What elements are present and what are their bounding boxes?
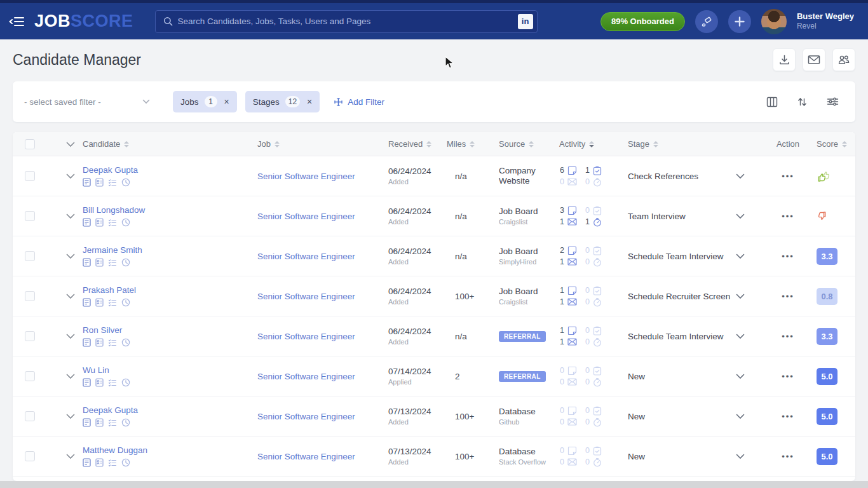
job-link[interactable]: Senior Software Engineer (257, 332, 355, 341)
sort-arrows-icon[interactable] (653, 141, 658, 147)
user-info[interactable]: Buster Wegley Revel (797, 11, 854, 31)
checklist-icon[interactable] (108, 419, 117, 427)
linkedin-icon[interactable]: in (518, 14, 533, 29)
history-clock-icon[interactable] (121, 418, 130, 427)
activity-summary[interactable]: 6 1 0 0 (559, 166, 602, 187)
history-clock-icon[interactable] (121, 378, 130, 387)
history-clock-icon[interactable] (121, 258, 130, 267)
expand-chevron-icon[interactable] (66, 290, 75, 302)
thumbs-up-icon[interactable] (817, 170, 832, 182)
onboarded-badge[interactable]: 89% Onboarded (600, 12, 685, 31)
expand-chevron-icon[interactable] (66, 370, 75, 382)
row-actions-button[interactable]: ••• (782, 332, 794, 341)
expand-chevron-icon[interactable] (66, 250, 75, 262)
sort-arrows-icon[interactable] (529, 141, 534, 147)
row-checkbox[interactable] (25, 251, 35, 261)
sort-arrows-icon[interactable] (589, 141, 594, 147)
search-input[interactable] (178, 17, 518, 26)
sort-arrows-icon[interactable] (275, 141, 280, 147)
history-clock-icon[interactable] (121, 218, 130, 227)
expand-chevron-icon[interactable] (66, 330, 75, 342)
row-actions-button[interactable]: ••• (782, 372, 794, 381)
row-checkbox[interactable] (25, 211, 35, 221)
filter-chip-jobs[interactable]: Jobs1× (173, 91, 237, 112)
activity-summary[interactable]: 2 0 1 0 (559, 246, 602, 267)
profile-card-icon[interactable] (95, 258, 104, 267)
candidate-link[interactable]: Jermaine Smith (83, 245, 142, 255)
score-badge[interactable]: 5.0 (817, 368, 837, 385)
row-checkbox[interactable] (25, 291, 35, 301)
job-link[interactable]: Senior Software Engineer (257, 252, 355, 261)
resume-icon[interactable] (83, 418, 91, 427)
select-all-checkbox[interactable] (25, 139, 35, 149)
job-link[interactable]: Senior Software Engineer (257, 412, 355, 421)
stage-chevron-icon[interactable] (736, 454, 745, 459)
column-header-miles[interactable]: Miles (447, 139, 499, 149)
history-clock-icon[interactable] (121, 458, 130, 467)
row-checkbox[interactable] (25, 411, 35, 421)
thumbs-down-icon[interactable] (817, 210, 829, 222)
candidate-link[interactable]: Matthew Duggan (83, 445, 147, 455)
resume-icon[interactable] (83, 338, 91, 347)
customize-brush-button[interactable] (695, 10, 718, 33)
global-search[interactable]: in (155, 10, 538, 33)
profile-card-icon[interactable] (95, 218, 104, 227)
stage-chevron-icon[interactable] (736, 374, 745, 379)
row-actions-button[interactable]: ••• (782, 452, 794, 461)
add-filter-button[interactable]: Add Filter (334, 97, 384, 107)
row-actions-button[interactable]: ••• (782, 292, 794, 301)
sort-arrows-icon[interactable] (842, 141, 847, 147)
row-checkbox[interactable] (25, 371, 35, 381)
sort-arrows-icon[interactable] (426, 141, 431, 147)
stage-chevron-icon[interactable] (736, 214, 745, 219)
history-clock-icon[interactable] (121, 178, 130, 187)
stage-chevron-icon[interactable] (736, 414, 745, 419)
column-header-stage[interactable]: Stage (628, 139, 769, 149)
resume-icon[interactable] (83, 218, 91, 227)
history-clock-icon[interactable] (121, 298, 130, 307)
profile-card-icon[interactable] (95, 458, 104, 467)
stage-chevron-icon[interactable] (736, 334, 745, 339)
stage-chevron-icon[interactable] (736, 294, 745, 299)
team-button[interactable] (832, 48, 855, 71)
activity-summary[interactable]: 0 0 0 0 (559, 366, 602, 387)
filter-sliders-icon[interactable] (827, 97, 839, 107)
job-link[interactable]: Senior Software Engineer (257, 212, 355, 221)
row-checkbox[interactable] (25, 451, 35, 461)
column-header-score[interactable]: Score (807, 139, 855, 149)
activity-summary[interactable]: 1 0 1 0 (559, 286, 602, 307)
row-actions-button[interactable]: ••• (782, 172, 794, 181)
expand-chevron-icon[interactable] (66, 410, 75, 422)
candidate-link[interactable]: Ron Silver (83, 325, 122, 335)
checklist-icon[interactable] (108, 339, 117, 347)
user-avatar[interactable] (761, 9, 787, 34)
candidate-link[interactable]: Wu Lin (83, 365, 109, 375)
sidebar-toggle-icon[interactable] (0, 14, 34, 29)
checklist-icon[interactable] (108, 179, 117, 187)
candidate-link[interactable]: Bill Longshadow (83, 205, 145, 215)
activity-summary[interactable]: 1 0 1 0 (559, 326, 602, 347)
resume-icon[interactable] (83, 298, 91, 307)
resume-icon[interactable] (83, 258, 91, 267)
profile-card-icon[interactable] (95, 378, 104, 387)
checklist-icon[interactable] (108, 299, 117, 307)
score-badge[interactable]: 3.3 (817, 328, 837, 345)
row-checkbox[interactable] (25, 331, 35, 341)
export-download-button[interactable] (773, 48, 796, 71)
jobscore-logo[interactable]: JOBSCORE (34, 11, 133, 31)
job-link[interactable]: Senior Software Engineer (257, 372, 355, 381)
row-actions-button[interactable]: ••• (782, 212, 794, 221)
sort-arrows-icon[interactable] (124, 141, 129, 147)
activity-summary[interactable]: 0 0 0 0 (559, 406, 602, 427)
column-header-activity[interactable]: Activity (559, 139, 628, 149)
row-actions-button[interactable]: ••• (782, 412, 794, 421)
candidate-link[interactable]: Prakash Patel (83, 285, 136, 295)
profile-card-icon[interactable] (95, 338, 104, 347)
resume-icon[interactable] (83, 178, 91, 187)
score-badge[interactable]: 0.8 (817, 288, 837, 305)
stage-chevron-icon[interactable] (736, 173, 745, 179)
profile-card-icon[interactable] (95, 418, 104, 427)
columns-icon[interactable] (766, 97, 778, 107)
row-actions-button[interactable]: ••• (782, 252, 794, 261)
column-header-job[interactable]: Job (257, 139, 388, 149)
